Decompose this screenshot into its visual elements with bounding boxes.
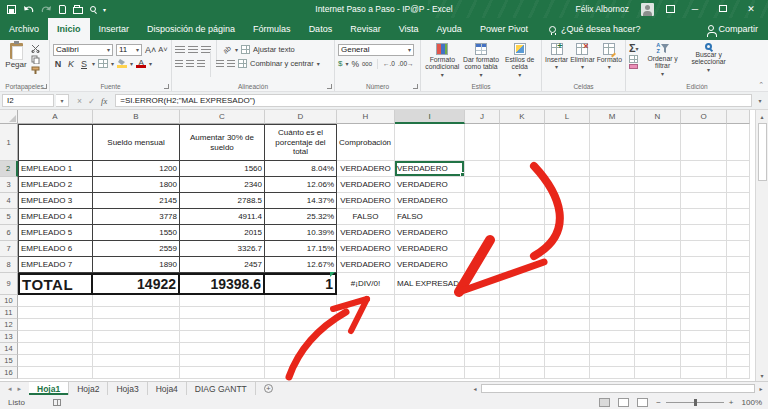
find-select-button[interactable]: Buscar y seleccionar ▾	[687, 43, 731, 77]
cell-J10[interactable]	[465, 295, 500, 307]
column-header-L[interactable]: L	[545, 110, 590, 124]
format-cells-button[interactable]: Formato ▾	[597, 43, 622, 70]
cell-O9[interactable]	[681, 273, 727, 295]
new-sheet-button[interactable]: +	[256, 382, 281, 395]
cell-L12[interactable]	[545, 319, 590, 331]
cell-B4[interactable]: 2145	[93, 193, 180, 209]
cell-H10[interactable]	[337, 295, 395, 307]
scroll-right-icon[interactable]: ▸	[756, 385, 766, 392]
fill-down-icon[interactable]	[629, 55, 638, 63]
cell-J16[interactable]	[465, 367, 500, 379]
horizontal-scrollbar[interactable]: ◂ ▸	[468, 382, 768, 395]
row-header-7[interactable]: 7	[0, 241, 18, 257]
increase-indent-icon[interactable]	[227, 60, 235, 67]
cell-C10[interactable]	[180, 295, 265, 307]
cell-J9[interactable]	[465, 273, 500, 295]
column-header-N[interactable]: N	[635, 110, 681, 124]
tab-inicio[interactable]: Inicio	[48, 18, 90, 40]
tab-power-pivot[interactable]: Power Pivot	[471, 18, 537, 40]
cell-B16[interactable]	[93, 367, 180, 379]
cell-K12[interactable]	[500, 319, 545, 331]
column-header-D[interactable]: D	[265, 110, 337, 124]
cell-B11[interactable]	[93, 307, 180, 319]
cell-C1[interactable]: Aumentar 30% de sueldo	[180, 124, 265, 161]
cell-H4[interactable]: VERDADERO	[337, 193, 395, 209]
cell-C4[interactable]: 2788.5	[180, 193, 265, 209]
cell-B14[interactable]	[93, 343, 180, 355]
cell-I12[interactable]	[395, 319, 465, 331]
cell-L10[interactable]	[545, 295, 590, 307]
orientation-icon[interactable]: ab	[221, 44, 233, 56]
print-preview-icon[interactable]	[90, 3, 96, 15]
bold-button[interactable]: N	[53, 59, 63, 69]
horizontal-scroll-thumb[interactable]	[481, 384, 755, 393]
cell-H14[interactable]	[337, 343, 395, 355]
cell-A10[interactable]	[18, 295, 93, 307]
cell-C11[interactable]	[180, 307, 265, 319]
number-dialog-launcher[interactable]	[413, 84, 418, 89]
close-button[interactable]: ✕	[743, 3, 759, 15]
cell-K8[interactable]	[500, 257, 545, 273]
cell-C15[interactable]	[180, 355, 265, 367]
cell-L11[interactable]	[545, 307, 590, 319]
tab-disposici-n-de-p-gina[interactable]: Disposición de página	[138, 18, 244, 40]
cell-J15[interactable]	[465, 355, 500, 367]
tab-datos[interactable]: Datos	[300, 18, 342, 40]
cell-B12[interactable]	[93, 319, 180, 331]
page-break-view-icon[interactable]	[637, 398, 648, 407]
cell-O16[interactable]	[681, 367, 727, 379]
cell-M5[interactable]	[590, 209, 635, 225]
cell-N11[interactable]	[635, 307, 681, 319]
paste-button[interactable]: Pegar	[3, 43, 29, 75]
cell-C8[interactable]: 2457	[180, 257, 265, 273]
clear-icon[interactable]	[629, 64, 638, 69]
cell-M14[interactable]	[590, 343, 635, 355]
cell-H5[interactable]: FALSO	[337, 209, 395, 225]
cell-O7[interactable]	[681, 241, 727, 257]
cell-H7[interactable]: VERDADERO	[337, 241, 395, 257]
cell-K3[interactable]	[500, 177, 545, 193]
cell-L15[interactable]	[545, 355, 590, 367]
merge-center-label[interactable]: Combinar y centrar	[250, 59, 314, 68]
confirm-entry-icon[interactable]: ✓	[88, 96, 95, 106]
cell-A5[interactable]: EMPLEADO 4	[18, 209, 93, 225]
wrap-text-icon[interactable]	[241, 45, 250, 54]
cell-N3[interactable]	[635, 177, 681, 193]
formula-input[interactable]: =SI.ERROR(H2;"MAL EXPRESADO")	[115, 94, 752, 107]
cell-M16[interactable]	[590, 367, 635, 379]
cell-D12[interactable]	[265, 319, 337, 331]
cell-I7[interactable]: VERDADERO	[395, 241, 465, 257]
cell-D10[interactable]	[265, 295, 337, 307]
cell-O1[interactable]	[681, 124, 727, 161]
cell-O5[interactable]	[681, 209, 727, 225]
cell-N8[interactable]	[635, 257, 681, 273]
cell-B10[interactable]	[93, 295, 180, 307]
cell-K14[interactable]	[500, 343, 545, 355]
fill-color-button[interactable]	[117, 59, 127, 68]
cell-X3[interactable]	[727, 177, 750, 193]
cell-I16[interactable]	[395, 367, 465, 379]
row-header-11[interactable]: 11	[0, 307, 18, 319]
cell-A11[interactable]	[18, 307, 93, 319]
cell-H13[interactable]	[337, 331, 395, 343]
cell-N2[interactable]	[635, 161, 681, 177]
name-box-dropdown-icon[interactable]: ▾	[56, 94, 69, 107]
cell-K15[interactable]	[500, 355, 545, 367]
cell-A15[interactable]	[18, 355, 93, 367]
align-middle-icon[interactable]	[188, 46, 198, 53]
cell-N1[interactable]	[635, 124, 681, 161]
cell-B3[interactable]: 1800	[93, 177, 180, 193]
cell-X10[interactable]	[727, 295, 750, 307]
cell-O10[interactable]	[681, 295, 727, 307]
cell-J11[interactable]	[465, 307, 500, 319]
zoom-slider-thumb[interactable]	[694, 399, 697, 406]
redo-icon[interactable]	[41, 3, 52, 15]
cell-D14[interactable]	[265, 343, 337, 355]
cell-I1[interactable]	[395, 124, 465, 161]
underline-button[interactable]: S	[79, 59, 89, 69]
tab-revisar[interactable]: Revisar	[341, 18, 390, 40]
cell-C16[interactable]	[180, 367, 265, 379]
share-button[interactable]: Compartir	[708, 18, 768, 40]
cell-A7[interactable]: EMPLEADO 6	[18, 241, 93, 257]
cell-D9[interactable]: 1	[265, 273, 337, 295]
